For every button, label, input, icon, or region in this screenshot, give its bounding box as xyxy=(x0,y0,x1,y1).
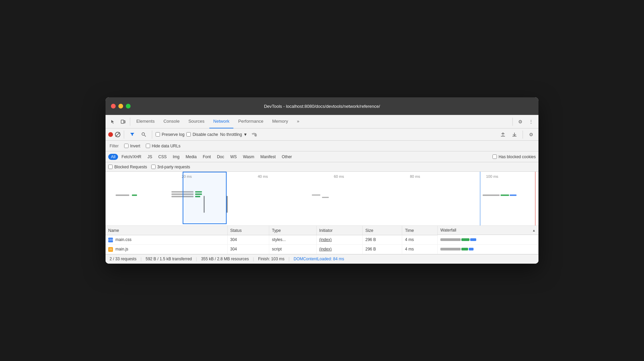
invert-checkbox[interactable] xyxy=(124,144,129,148)
col-waterfall[interactable]: Waterfall ▲ xyxy=(438,226,538,235)
has-blocked-cookies-label[interactable]: Has blocked cookies xyxy=(492,154,536,159)
col-type[interactable]: Type xyxy=(269,226,317,235)
cursor-icon-btn[interactable] xyxy=(108,117,118,126)
type-btn-media[interactable]: Media xyxy=(183,154,200,160)
top-toolbar-right: ⚙ ⋮ xyxy=(511,117,536,126)
disable-cache-checkbox[interactable] xyxy=(186,132,191,137)
third-party-checkbox[interactable] xyxy=(151,165,156,169)
col-status[interactable]: Status xyxy=(227,226,269,235)
has-blocked-cookies-area: Has blocked cookies xyxy=(492,154,536,159)
js-file-icon: JS xyxy=(108,247,113,252)
invert-checkbox-label[interactable]: Invert xyxy=(124,144,140,148)
preserve-log-checkbox[interactable] xyxy=(156,132,160,137)
table-row[interactable]: CSS main.css 304 styles... (index) 296 B… xyxy=(106,235,538,244)
blocked-requests-checkbox[interactable] xyxy=(108,165,113,169)
type-btn-js[interactable]: JS xyxy=(145,154,155,160)
svg-rect-10 xyxy=(132,195,137,196)
device-toggle-btn[interactable] xyxy=(118,117,128,126)
type-btn-fetch-xhr[interactable]: Fetch/XHR xyxy=(119,154,144,160)
minimize-button[interactable] xyxy=(118,104,123,109)
record-button[interactable] xyxy=(108,132,113,137)
type-btn-doc[interactable]: Doc xyxy=(214,154,227,160)
disable-cache-checkbox-label[interactable]: Disable cache xyxy=(186,132,218,137)
search-icon-btn[interactable] xyxy=(139,130,148,139)
cell-waterfall-css xyxy=(438,235,538,244)
tab-elements[interactable]: Elements xyxy=(132,115,159,128)
cell-size-css: 296 B xyxy=(363,235,402,244)
cell-name-js: JS main.js xyxy=(106,244,227,254)
filter-bar: Filter Invert Hide data URLs xyxy=(106,141,538,151)
type-btn-ws[interactable]: WS xyxy=(228,154,239,160)
clear-button[interactable] xyxy=(115,132,120,137)
waterfall-blue-css xyxy=(470,238,476,241)
svg-rect-19 xyxy=(312,195,320,196)
tab-more[interactable]: » xyxy=(293,115,303,128)
tab-sources[interactable]: Sources xyxy=(184,115,209,128)
requests-count: 2 / 33 requests xyxy=(110,257,136,261)
svg-rect-0 xyxy=(121,120,124,123)
wifi-settings-icon-btn[interactable] xyxy=(249,130,259,139)
type-btn-other[interactable]: Other xyxy=(279,154,295,160)
has-blocked-cookies-checkbox[interactable] xyxy=(492,154,497,159)
filter-icon-btn[interactable] xyxy=(128,130,137,139)
network-settings-btn[interactable]: ⚙ xyxy=(526,130,536,139)
divider-1 xyxy=(130,118,130,126)
settings-icon-btn[interactable]: ⚙ xyxy=(515,117,525,126)
status-divider-2: | xyxy=(196,257,197,261)
col-name[interactable]: Name xyxy=(106,226,227,235)
top-toolbar: Elements Console Sources Network Perform… xyxy=(106,115,538,128)
maximize-button[interactable] xyxy=(126,104,131,109)
hide-data-urls-checkbox-label[interactable]: Hide data URLs xyxy=(146,144,181,148)
cell-size-js: 296 B xyxy=(363,244,402,254)
cell-type-js: script xyxy=(269,244,317,254)
type-btn-font[interactable]: Font xyxy=(200,154,213,160)
hide-data-urls-checkbox[interactable] xyxy=(146,144,150,148)
cell-initiator-js: (index) xyxy=(316,244,362,254)
tab-console[interactable]: Console xyxy=(159,115,184,128)
cell-status-css: 304 xyxy=(227,235,269,244)
close-button[interactable] xyxy=(111,104,116,109)
tab-memory[interactable]: Memory xyxy=(268,115,292,128)
devtools-window: DevTools - localhost:8080/docs/devtools/… xyxy=(106,97,538,263)
initiator-link-js[interactable]: (index) xyxy=(319,247,332,251)
svg-rect-21 xyxy=(483,195,500,196)
svg-rect-17 xyxy=(204,196,205,213)
tab-network[interactable]: Network xyxy=(209,115,234,128)
download-icon-btn[interactable] xyxy=(510,130,519,139)
type-btn-manifest[interactable]: Manifest xyxy=(258,154,278,160)
tab-performance[interactable]: Performance xyxy=(234,115,267,128)
type-btn-wasm[interactable]: Wasm xyxy=(240,154,257,160)
requests-table: Name Status Type Initiator Size xyxy=(106,226,538,254)
cell-status-js: 304 xyxy=(227,244,269,254)
timeline-svg xyxy=(106,172,538,225)
preserve-log-checkbox-label[interactable]: Preserve log xyxy=(156,132,184,137)
waterfall-green-css xyxy=(461,238,469,241)
third-party-checkbox-label[interactable]: 3rd-party requests xyxy=(151,165,190,169)
initiator-link-css[interactable]: (index) xyxy=(319,237,332,242)
cell-waterfall-js xyxy=(438,244,538,254)
status-divider-3: | xyxy=(253,257,254,261)
divider-4 xyxy=(152,130,152,139)
cell-initiator-css: (index) xyxy=(316,235,362,244)
table-row[interactable]: JS main.js 304 script (index) 296 B 4 ms xyxy=(106,244,538,254)
blocked-requests-checkbox-label[interactable]: Blocked Requests xyxy=(108,165,147,169)
type-btn-img[interactable]: Img xyxy=(170,154,182,160)
col-time[interactable]: Time xyxy=(402,226,438,235)
devtools-body: Elements Console Sources Network Perform… xyxy=(106,115,538,263)
network-toolbar: Preserve log Disable cache No throttling… xyxy=(106,128,538,141)
svg-rect-11 xyxy=(171,191,193,193)
svg-rect-23 xyxy=(510,195,516,196)
more-options-btn[interactable]: ⋮ xyxy=(526,117,536,126)
type-btn-css[interactable]: CSS xyxy=(156,154,169,160)
throttle-select[interactable]: No throttling ▼ xyxy=(220,132,248,137)
divider-2 xyxy=(512,118,513,126)
type-btn-all[interactable]: All xyxy=(108,154,118,160)
resources-size: 355 kB / 2.8 MB resources xyxy=(201,257,249,261)
chevron-down-icon: ▼ xyxy=(243,132,247,137)
waterfall-bars-js xyxy=(440,248,535,250)
col-size[interactable]: Size xyxy=(363,226,402,235)
waterfall-gray-css xyxy=(440,238,461,241)
col-initiator[interactable]: Initiator xyxy=(316,226,362,235)
svg-point-6 xyxy=(256,136,256,136)
upload-icon-btn[interactable] xyxy=(498,130,508,139)
